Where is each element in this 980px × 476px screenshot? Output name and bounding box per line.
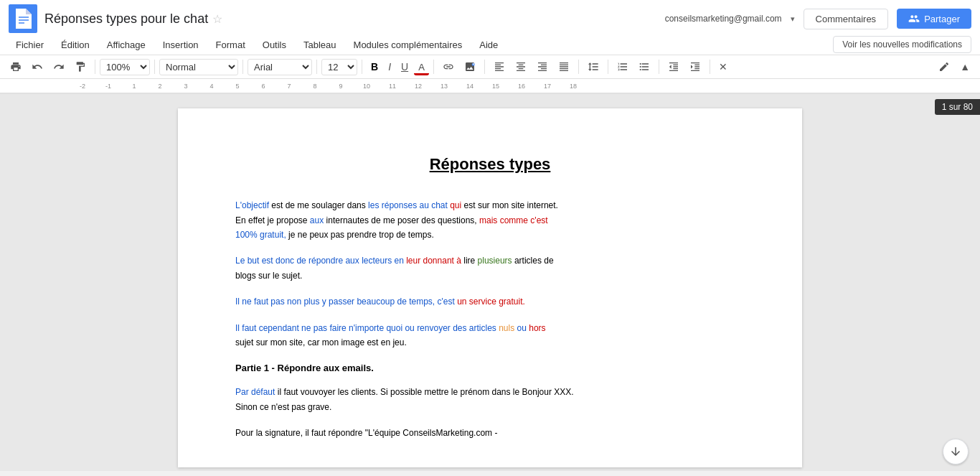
increase-indent-button[interactable]: [685, 58, 705, 75]
new-modifications-button[interactable]: Voir les nouvelles modifications: [833, 36, 971, 53]
menu-outils[interactable]: Outils: [255, 37, 293, 53]
ruler-mark: -2: [70, 83, 95, 90]
ruler-mark: 2: [147, 83, 173, 90]
undo-button[interactable]: [27, 58, 47, 75]
font-select[interactable]: Arial Times New Roman Georgia: [248, 59, 312, 75]
italic-button[interactable]: I: [384, 58, 395, 75]
menu-format[interactable]: Format: [209, 37, 253, 53]
toolbar-separator-1: [95, 60, 95, 74]
menu-edition[interactable]: Édition: [54, 37, 97, 53]
ruler: -2 -1 1 2 3 4 5 6 7 8 9 10 11 12 13 14 1…: [0, 79, 980, 93]
text-blue5: Le but est donc de répondre aux lecteurs…: [235, 256, 404, 266]
ruler-mark: 3: [173, 83, 199, 90]
text-blue8: ou: [517, 323, 527, 333]
underline-button[interactable]: U: [397, 58, 413, 75]
menu-insertion[interactable]: Insertion: [156, 37, 206, 53]
text-red2: mais comme c'est: [479, 215, 548, 225]
text-red: qui: [450, 200, 461, 210]
corner-button[interactable]: [943, 439, 969, 465]
toolbar-separator-9: [608, 60, 608, 74]
align-left-button[interactable]: [489, 58, 509, 75]
ordered-list-button[interactable]: [613, 58, 633, 75]
dropdown-arrow[interactable]: ▾: [791, 14, 795, 24]
menu-aide[interactable]: Aide: [472, 37, 505, 53]
text-color-button[interactable]: A: [414, 59, 429, 75]
ruler-mark: 15: [483, 83, 509, 90]
align-center-button[interactable]: [511, 58, 531, 75]
unordered-list-icon: [639, 61, 650, 73]
justify-button[interactable]: [554, 58, 574, 75]
ruler-mark: 11: [380, 83, 405, 90]
ruler-mark: -1: [95, 83, 121, 90]
menu-affichage[interactable]: Affichage: [100, 37, 153, 53]
align-center-icon: [515, 61, 527, 73]
ruler-mark: 8: [302, 83, 328, 90]
ruler-mark: 18: [560, 83, 586, 90]
toolbar-separator-5: [362, 60, 362, 74]
text-blue2: les réponses au chat: [368, 200, 448, 210]
text-blue9: Par défaut: [235, 387, 275, 397]
line-spacing-icon: [588, 61, 599, 73]
style-select[interactable]: Normal Titre Sous-titre En-tête 1: [159, 59, 238, 75]
text-red5: hors: [529, 323, 545, 333]
edit-mode-button[interactable]: [934, 58, 954, 75]
bold-button[interactable]: B: [367, 58, 382, 75]
app-logo: [9, 4, 37, 33]
menu-fichier[interactable]: Fichier: [9, 37, 51, 53]
redo-button[interactable]: [49, 58, 69, 75]
justify-icon: [558, 61, 570, 73]
format-paint-button[interactable]: [70, 58, 90, 75]
unordered-list-button[interactable]: [634, 58, 654, 75]
document-page: Réponses types L'objectif est de me soul…: [178, 108, 802, 467]
format-paint-icon: [75, 61, 86, 73]
toolbar-separator-7: [484, 60, 485, 74]
ruler-mark: 6: [250, 83, 276, 90]
align-right-button[interactable]: [532, 58, 552, 75]
ruler-mark: 9: [328, 83, 354, 90]
doc-title: Réponses types pour le chat: [44, 11, 208, 27]
star-icon[interactable]: ☆: [212, 12, 222, 26]
share-button[interactable]: Partager: [897, 9, 971, 29]
line-spacing-button[interactable]: [583, 58, 603, 75]
image-button[interactable]: [460, 58, 480, 75]
toolbar-separator-6: [433, 60, 434, 74]
edit-icon: [938, 61, 950, 73]
ruler-mark: 5: [225, 83, 250, 90]
print-button[interactable]: [6, 58, 26, 75]
main-area[interactable]: Réponses types L'objectif est de me soul…: [0, 94, 980, 471]
paragraph-1: L'objectif est de me soulager dans les r…: [235, 198, 745, 242]
toolbar-separator-4: [316, 60, 317, 74]
zoom-select[interactable]: 100% 75% 125% 150%: [100, 59, 150, 75]
menu-tableau[interactable]: Tableau: [296, 37, 344, 53]
text-red3: leur donnant à: [406, 256, 461, 266]
ruler-mark: 12: [405, 83, 431, 90]
app-header-left: Réponses types pour le chat ☆: [9, 4, 222, 33]
fontsize-select[interactable]: 12 10 11 14 18: [321, 59, 357, 75]
title-right: conseilsmarketing@gmail.com ▾ Commentair…: [665, 9, 971, 29]
link-button[interactable]: [438, 58, 458, 75]
text-orange: nuls: [499, 323, 514, 333]
paragraph-2: Le but est donc de répondre aux lecteurs…: [235, 253, 745, 283]
text-blue: L'objectif: [235, 200, 269, 210]
title-area: Réponses types pour le chat ☆: [44, 11, 222, 27]
ruler-mark: 17: [534, 83, 560, 90]
person-icon: [908, 13, 920, 24]
user-email: conseilsmarketing@gmail.com: [665, 14, 782, 24]
decrease-indent-button[interactable]: [664, 58, 684, 75]
top-bar: Réponses types pour le chat ☆ conseilsma…: [0, 0, 980, 94]
ruler-mark: 13: [431, 83, 457, 90]
section-para-2: Pour la signature, il faut répondre "L'é…: [235, 426, 745, 440]
clear-formatting-button[interactable]: ✕: [715, 58, 732, 75]
menu-modules[interactable]: Modules complémentaires: [347, 37, 470, 53]
paragraph-4: Il faut cependant ne pas faire n'importe…: [235, 321, 745, 350]
align-left-icon: [494, 61, 505, 73]
collapse-toolbar-button[interactable]: ▲: [956, 58, 974, 75]
share-label: Partager: [924, 14, 960, 24]
title-row: Réponses types pour le chat ☆ conseilsma…: [0, 0, 980, 34]
comments-button[interactable]: Commentaires: [804, 9, 889, 29]
decrease-indent-icon: [668, 61, 679, 73]
ruler-mark: 7: [276, 83, 302, 90]
toolbar-separator-2: [154, 60, 155, 74]
undo-icon: [32, 61, 43, 73]
text-blue7: Il faut cependant ne pas faire n'importe…: [235, 323, 496, 333]
